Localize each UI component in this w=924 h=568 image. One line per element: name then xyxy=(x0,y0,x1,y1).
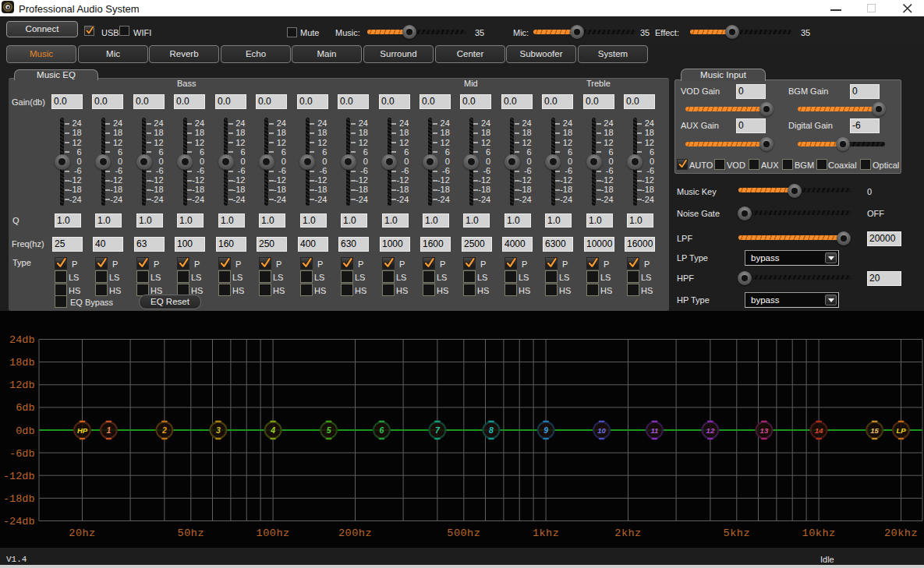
svg-text:12db: 12db xyxy=(9,379,34,391)
svg-text:-24db: -24db xyxy=(3,516,35,527)
svg-text:50hz: 50hz xyxy=(178,527,204,539)
svg-text:13: 13 xyxy=(760,426,769,435)
svg-text:0db: 0db xyxy=(16,425,34,437)
svg-text:5: 5 xyxy=(327,425,331,435)
svg-text:LP: LP xyxy=(896,426,906,435)
svg-text:2: 2 xyxy=(161,425,167,435)
svg-text:9: 9 xyxy=(543,425,548,435)
svg-text:20hz: 20hz xyxy=(69,527,95,539)
svg-text:8: 8 xyxy=(489,425,494,435)
svg-text:HP: HP xyxy=(77,426,88,435)
svg-text:14: 14 xyxy=(815,426,823,435)
svg-text:4: 4 xyxy=(270,425,275,435)
svg-text:200hz: 200hz xyxy=(338,527,372,539)
svg-text:2khz: 2khz xyxy=(614,527,641,539)
svg-text:-6db: -6db xyxy=(9,448,34,460)
svg-text:100hz: 100hz xyxy=(257,527,290,539)
svg-text:10khz: 10khz xyxy=(802,527,836,539)
svg-text:18db: 18db xyxy=(9,357,34,369)
svg-text:20khz: 20khz xyxy=(884,527,918,539)
svg-text:15: 15 xyxy=(870,426,879,435)
svg-text:12: 12 xyxy=(706,426,715,435)
svg-text:11: 11 xyxy=(650,426,658,435)
svg-text:1khz: 1khz xyxy=(533,527,559,539)
svg-text:6db: 6db xyxy=(16,402,34,414)
svg-text:-12db: -12db xyxy=(3,471,35,482)
svg-text:5khz: 5khz xyxy=(724,527,750,539)
svg-text:500hz: 500hz xyxy=(447,527,480,539)
svg-text:1: 1 xyxy=(106,425,111,435)
svg-text:10: 10 xyxy=(597,426,606,435)
svg-text:-18db: -18db xyxy=(3,493,35,505)
svg-text:3: 3 xyxy=(216,425,221,435)
svg-text:24db: 24db xyxy=(9,334,34,346)
svg-text:6: 6 xyxy=(379,425,384,435)
